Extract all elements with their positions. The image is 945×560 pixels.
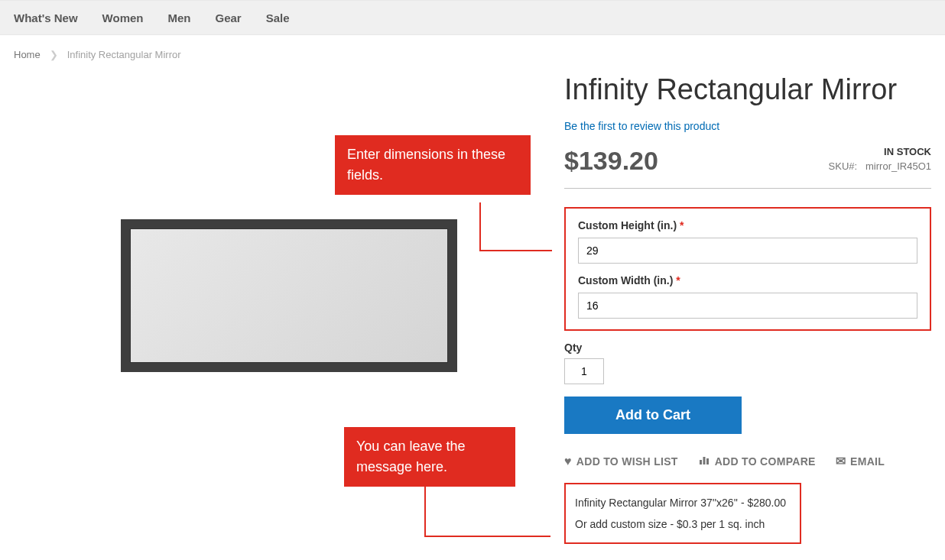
label-text: Custom Height (in.) [578,219,677,231]
breadcrumb-current: Infinity Rectangular Mirror [67,49,181,60]
label-text: Custom Width (in.) [578,274,673,286]
product-action-links: ♥ ADD TO WISH LIST ADD TO COMPARE ✉ EMAI… [564,454,931,469]
chevron-right-icon: ❯ [50,49,58,60]
message-line-2: Or add custom size - $0.3 per 1 sq. inch [575,513,791,535]
review-link[interactable]: Be the first to review this product [564,120,719,132]
nav-sale[interactable]: Sale [266,11,290,24]
custom-width-input[interactable] [578,293,917,319]
dimensions-highlight-box: Custom Height (in.)* Custom Width (in.)* [564,207,931,331]
custom-width-label: Custom Width (in.)* [578,274,917,286]
breadcrumb: Home ❯ Infinity Rectangular Mirror [0,35,945,74]
product-image [121,219,457,372]
email-label: EMAIL [850,455,885,468]
product-price: $139.20 [564,146,658,176]
callout-connector [479,202,481,250]
wishlist-label: ADD TO WISH LIST [576,455,678,468]
callout-connector [424,482,426,537]
add-to-compare-link[interactable]: ADD TO COMPARE [698,454,816,469]
custom-height-input[interactable] [578,238,917,264]
svg-rect-2 [706,458,709,465]
nav-men[interactable]: Men [167,11,190,24]
sku-value: mirror_IR45O1 [865,160,931,172]
price-stock-row: $139.20 IN STOCK SKU#: mirror_IR45O1 [564,146,931,189]
callout-connector [479,250,552,251]
main-nav: What's New Women Men Gear Sale [0,0,945,35]
svg-rect-1 [703,457,705,465]
svg-rect-0 [700,460,702,465]
callout-connector [424,536,550,537]
nav-whats-new[interactable]: What's New [14,11,78,24]
message-line-1: Infinity Rectangular Mirror 37''x26'' - … [575,492,791,513]
qty-label: Qty [564,342,931,354]
envelope-icon: ✉ [836,454,846,468]
breadcrumb-home[interactable]: Home [14,49,41,60]
email-link[interactable]: ✉ EMAIL [836,454,885,468]
add-to-wishlist-link[interactable]: ♥ ADD TO WISH LIST [564,455,678,468]
page-title: Infinity Rectangular Mirror [564,74,931,106]
add-to-cart-button[interactable]: Add to Cart [564,397,742,434]
custom-height-label: Custom Height (in.)* [578,219,917,231]
product-image-inner [130,228,448,363]
nav-gear[interactable]: Gear [215,11,241,24]
required-star-icon: * [680,219,684,231]
sku-line: SKU#: mirror_IR45O1 [829,160,931,172]
compare-label: ADD TO COMPARE [715,455,816,468]
nav-women[interactable]: Women [102,11,144,24]
sku-label: SKU#: [829,160,858,172]
callout-message: You can leave the message here. [344,427,515,487]
product-info: Infinity Rectangular Mirror Be the first… [564,74,931,544]
qty-input[interactable] [564,358,604,384]
heart-icon: ♥ [564,455,572,468]
stock-status: IN STOCK [829,146,931,157]
required-star-icon: * [676,274,680,286]
bar-chart-icon [698,454,710,469]
message-highlight-box: Infinity Rectangular Mirror 37''x26'' - … [564,483,801,544]
callout-dimensions: Enter dimensions in these fields. [335,135,531,195]
